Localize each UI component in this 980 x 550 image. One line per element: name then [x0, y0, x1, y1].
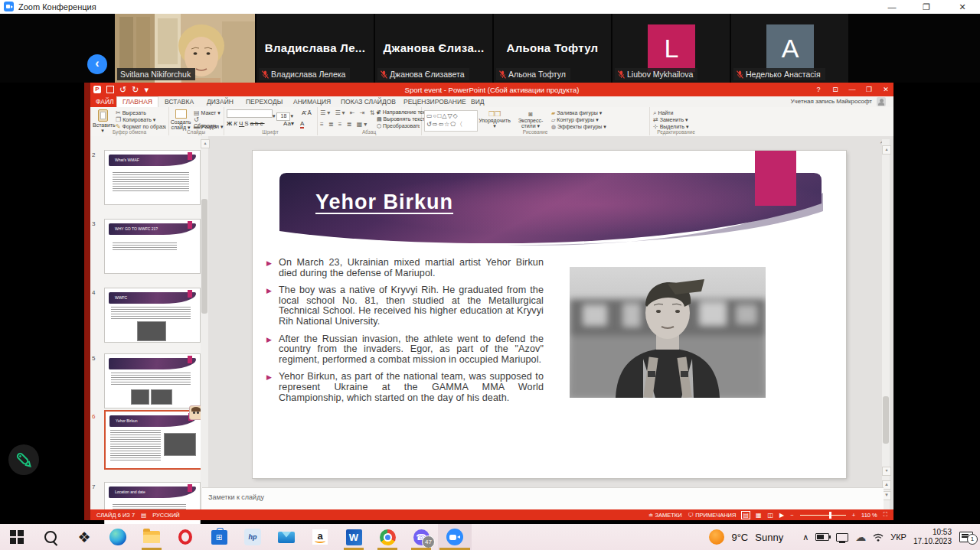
- scroll-up-icon[interactable]: ▴: [201, 139, 210, 148]
- zoom-level[interactable]: 110 %: [861, 512, 877, 519]
- shape-fill-button[interactable]: ▰ Заливка фигуры ▾: [551, 110, 602, 116]
- copy-button[interactable]: ❐ Копировать ▾: [116, 116, 155, 123]
- weather-temperature[interactable]: 9°C: [731, 532, 748, 543]
- zoom-in-button[interactable]: +: [852, 512, 855, 519]
- tab-animations[interactable]: АНИМАЦИЯ: [288, 96, 336, 107]
- tab-slideshow[interactable]: ПОКАЗ СЛАЙДОВ: [335, 96, 401, 107]
- taskbar-chrome[interactable]: [371, 524, 404, 550]
- comments-toggle-button[interactable]: 🗩 ПРИМЕЧАНИЯ: [688, 512, 737, 519]
- thumbnail-slide-5[interactable]: [104, 353, 201, 408]
- help-button[interactable]: ?: [811, 83, 826, 96]
- ppt-minimize-button[interactable]: —: [844, 83, 860, 96]
- scroll-up-icon[interactable]: ▴: [882, 145, 891, 155]
- participant-tile-video[interactable]: Svitlana Nikiforchuk: [115, 14, 255, 83]
- zoom-slider-thumb[interactable]: [829, 512, 831, 519]
- slide-sorter-view-icon[interactable]: ▦: [756, 512, 762, 519]
- zoom-maximize-button[interactable]: ❐: [915, 0, 938, 14]
- onedrive-cloud-icon[interactable]: ☁: [855, 531, 866, 543]
- participant-tile[interactable]: Альона Тофтул Альона Тофтул: [494, 14, 611, 83]
- notes-toggle-button[interactable]: ≐ ЗАМЕТКИ: [648, 512, 682, 519]
- participant-tile[interactable]: Джанова Єлиза... Джанова Єлизавета: [375, 14, 492, 83]
- cut-button[interactable]: ✂ Вырезать: [116, 109, 146, 116]
- new-slide-button[interactable]: Создать слайд ▾: [170, 109, 191, 131]
- thumbnail-slide-2[interactable]: What's WMAF: [104, 150, 201, 205]
- shape-outline-button[interactable]: ▱ Контур фигуры ▾: [551, 117, 599, 123]
- slide-title[interactable]: Yehor Birkun: [315, 190, 453, 214]
- taskbar-microsoft-store[interactable]: ⊞: [202, 524, 236, 550]
- start-button[interactable]: [0, 524, 34, 550]
- taskbar-mail[interactable]: [270, 524, 303, 550]
- portrait-photo[interactable]: [570, 267, 766, 398]
- slideshow-view-icon[interactable]: ▶: [779, 512, 784, 519]
- ribbon-display-options-button[interactable]: ⊡: [828, 83, 843, 96]
- participant-tile[interactable]: L Liubov Mykhailova: [612, 14, 730, 83]
- change-case-button[interactable]: Аа▾: [283, 120, 294, 127]
- taskbar-dropbox[interactable]: ❖: [67, 524, 101, 550]
- annotation-tool-button[interactable]: [8, 444, 39, 475]
- scroll-down-icon[interactable]: ▾: [882, 467, 891, 476]
- notification-center-icon[interactable]: 1: [959, 532, 973, 542]
- grow-shrink-font-buttons[interactable]: А̂ А̌: [302, 109, 312, 116]
- slide-area-scrollbar[interactable]: ▴ ▾ ▲ ▼: [882, 139, 890, 509]
- thumbnail-slide-4[interactable]: WWFC: [104, 288, 201, 343]
- reading-view-icon[interactable]: ◫: [768, 512, 774, 519]
- scrollbar-thumb[interactable]: [201, 199, 207, 314]
- smartart-button[interactable]: ⬡ Преобразовать в SmartArt: [377, 123, 420, 129]
- font-color-button[interactable]: А: [300, 120, 304, 129]
- tab-home[interactable]: ГЛАВНАЯ: [116, 96, 158, 108]
- participant-tile[interactable]: A Неделько Анастасія: [731, 14, 848, 83]
- zoom-minimize-button[interactable]: —: [880, 0, 903, 14]
- zoom-out-button[interactable]: −: [790, 512, 793, 519]
- weather-sun-icon[interactable]: [709, 529, 724, 545]
- list-indent-buttons[interactable]: ☰▾ ☰▾ ⇤ ⇥ ⇅▾: [320, 109, 381, 116]
- font-style-buttons[interactable]: ЖКЧSabc: [227, 120, 265, 127]
- taskbar-word[interactable]: W: [337, 524, 371, 550]
- tab-view[interactable]: ВИД: [466, 96, 490, 107]
- scrollbar-thumb[interactable]: [883, 396, 889, 444]
- notes-pane[interactable]: Заметки к слайду: [202, 487, 884, 509]
- tab-insert[interactable]: ВСТАВКА: [159, 96, 199, 107]
- participant-tile[interactable]: Владислава Ле... Владислава Лелека: [256, 14, 374, 83]
- tab-transitions[interactable]: ПЕРЕХОДЫ: [240, 96, 288, 107]
- taskbar-viber[interactable]: ☎47: [404, 524, 438, 550]
- taskbar-edge[interactable]: [101, 524, 135, 550]
- tray-overflow-chevron-icon[interactable]: ∧: [802, 532, 808, 542]
- taskbar-search-button[interactable]: [34, 524, 67, 550]
- replace-button[interactable]: ⇄ Заменить ▾: [653, 116, 688, 123]
- alignment-buttons[interactable]: ≡ ≣ ≡ ≣ ▦▾: [320, 121, 368, 128]
- ppt-close-button[interactable]: ✕: [878, 83, 893, 96]
- account-avatar[interactable]: [877, 97, 886, 106]
- thumbnail-slide-3[interactable]: WHY GO TO WWFC 21?: [104, 219, 201, 274]
- taskbar-amazon[interactable]: a: [303, 524, 337, 550]
- quick-styles-button[interactable]: ◙Экспресс-стили ▾: [513, 110, 548, 129]
- clock[interactable]: 10:53 17.10.2023: [913, 528, 952, 546]
- battery-icon[interactable]: [815, 533, 829, 541]
- zoom-slider[interactable]: [800, 515, 846, 516]
- arrange-button[interactable]: ❒❒Упорядочить ▾: [478, 110, 511, 129]
- tab-design[interactable]: ДИЗАЙН: [201, 96, 239, 107]
- slide-canvas[interactable]: Yehor Birkun ▶ On March 23, Ukrainian mi…: [253, 151, 846, 478]
- taskbar-opera[interactable]: [168, 524, 202, 550]
- ppt-restore-button[interactable]: ❐: [861, 83, 877, 96]
- layout-button[interactable]: ▤ Макет ▾: [194, 109, 220, 116]
- scroll-participants-left-button[interactable]: ‹: [87, 54, 107, 74]
- language-indicator[interactable]: РУССКИЙ: [152, 512, 180, 519]
- keyboard-language[interactable]: УКР: [890, 532, 906, 542]
- taskbar-myhp[interactable]: hp: [236, 524, 270, 550]
- weather-condition[interactable]: Sunny: [755, 532, 783, 543]
- slide-body-textbox[interactable]: ▶ On March 23, Ukrainian mixed martial a…: [266, 258, 544, 410]
- tab-file[interactable]: ФАЙЛ: [90, 96, 119, 107]
- zoom-close-button[interactable]: ✕: [951, 0, 974, 14]
- thumbnail-slide-6-selected[interactable]: Yehor Birkun: [104, 410, 202, 470]
- thumbnail-panel-scrollbar[interactable]: ▴: [201, 136, 208, 509]
- font-name-select[interactable]: ▾ 18▾: [227, 109, 293, 121]
- fit-slide-to-window-icon[interactable]: ⛶: [884, 511, 887, 519]
- taskbar-zoom-active[interactable]: [438, 524, 472, 550]
- normal-view-icon[interactable]: ▤: [742, 512, 750, 519]
- cast-icon[interactable]: [836, 533, 848, 542]
- wifi-icon[interactable]: [873, 533, 884, 542]
- tab-review[interactable]: РЕЦЕНЗИРОВАНИЕ: [398, 96, 472, 107]
- spellcheck-icon[interactable]: ▤: [141, 512, 146, 519]
- microsoft-account-label[interactable]: Учетная запись Майкрософт: [790, 98, 872, 105]
- taskbar-file-explorer[interactable]: [135, 524, 168, 550]
